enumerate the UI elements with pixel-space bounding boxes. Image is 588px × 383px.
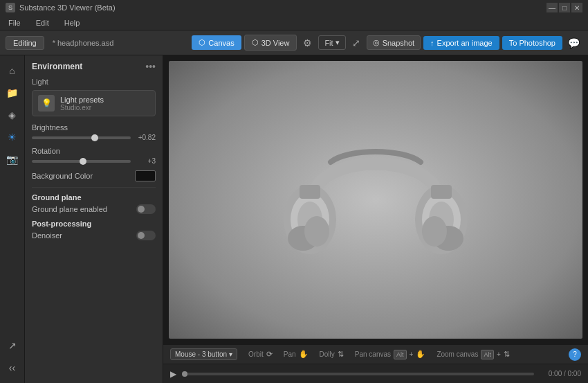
pan-canvas-group: Pan canvas Alt + ✋ — [355, 350, 426, 359]
light-icon-button[interactable]: ☀ — [3, 127, 22, 147]
pan-label: Pan — [284, 350, 296, 358]
export-label: Export an image — [437, 39, 493, 47]
content-area: ⌂ 📁 ◈ ☀ 📷 ↗ ‹‹ Environment ••• Light 💡 — [0, 55, 588, 383]
dolly-group: Dolly ⇅ — [320, 350, 344, 359]
brightness-slider[interactable] — [32, 136, 131, 139]
mouse-select-button[interactable]: Mouse - 3 button ▾ — [170, 348, 237, 360]
play-button[interactable]: ▶ — [170, 369, 176, 379]
light-preset-file: Studio.exr — [60, 104, 149, 112]
snapshot-button[interactable]: ◎ Snapshot — [367, 35, 421, 50]
ground-plane-toggle-row: Ground plane enabled — [32, 204, 156, 214]
denoiser-toggle[interactable] — [136, 231, 156, 240]
headphones-svg — [272, 110, 479, 290]
titlebar: S Substance 3D Viewer (Beta) — □ ✕ — [0, 0, 588, 15]
sidebar-icons: ⌂ 📁 ◈ ☀ 📷 ↗ ‹‹ — [0, 55, 25, 383]
canvas-area: Mouse - 3 button ▾ Orbit ⟳ Pan ✋ Dolly ⇅… — [163, 55, 588, 383]
bottom-bar: Mouse - 3 button ▾ Orbit ⟳ Pan ✋ Dolly ⇅… — [163, 344, 588, 364]
folder-icon-button[interactable]: 📁 — [3, 83, 22, 103]
light-preset-name: Light presets — [60, 96, 149, 104]
rotation-slider[interactable] — [32, 160, 131, 163]
ground-plane-toggle[interactable] — [136, 204, 156, 214]
export-icon-button[interactable]: ↗ — [3, 336, 22, 355]
minimize-button[interactable]: — — [546, 3, 558, 12]
materials-icon-button[interactable]: ◈ — [3, 105, 22, 125]
fit-label: Fit — [324, 39, 333, 47]
bg-color-label: Background Color — [32, 172, 93, 180]
editing-button[interactable]: Editing — [6, 36, 44, 50]
zoom-canvas-group: Zoom canvas Alt + ⇅ — [437, 350, 509, 359]
help-button[interactable]: ? — [569, 348, 581, 361]
bg-color-swatch[interactable] — [135, 170, 156, 181]
canvas-tab-label: Canvas — [208, 39, 234, 47]
headphones-model — [265, 103, 486, 297]
ground-plane-title: Ground plane — [32, 193, 156, 202]
settings-icon-button[interactable]: ⚙ — [300, 35, 315, 51]
brightness-value: +0.82 — [135, 134, 156, 141]
alt-badge-zoom: Alt — [481, 350, 494, 359]
time-display: 0:00 / 0:00 — [540, 370, 581, 377]
light-preset-info: Light presets Studio.exr — [60, 96, 149, 112]
timeline: ▶ 0:00 / 0:00 — [163, 364, 588, 383]
environment-section: Environment ••• Light 💡 Light presets St… — [25, 61, 163, 253]
panel-more-button[interactable]: ••• — [145, 61, 156, 72]
mouse-chevron-icon: ▾ — [229, 350, 232, 358]
pan-canvas-icon: ✋ — [416, 350, 425, 359]
canvas-icon: ⬡ — [199, 38, 205, 47]
denoiser-toggle-row: Denoiser — [32, 231, 156, 240]
window-controls[interactable]: — □ ✕ — [546, 3, 582, 12]
app-layout: Editing * headphones.asd ⬡ Canvas ⬡ 3D V… — [0, 30, 588, 383]
maximize-button[interactable]: □ — [559, 3, 570, 12]
snapshot-icon: ◎ — [373, 38, 380, 47]
zoom-canvas-label: Zoom canvas — [437, 350, 478, 358]
denoiser-label: Denoiser — [32, 231, 62, 240]
menubar: File Edit Help — [0, 15, 588, 30]
collapse-icon-button[interactable]: ‹‹ — [3, 358, 22, 377]
pan-canvas-label: Pan canvas — [355, 350, 391, 358]
chat-icon-button[interactable]: 💬 — [565, 36, 582, 50]
dolly-icon: ⇅ — [338, 350, 344, 359]
fit-chevron-icon: ▾ — [336, 38, 340, 47]
view3d-tab[interactable]: ⬡ 3D View — [244, 35, 297, 51]
dolly-label: Dolly — [320, 350, 335, 358]
orbit-label: Orbit — [248, 350, 264, 358]
light-preset[interactable]: 💡 Light presets Studio.exr — [32, 90, 156, 116]
view3d-tab-label: 3D View — [261, 39, 290, 47]
svg-rect-9 — [431, 185, 452, 199]
svg-rect-3 — [300, 185, 320, 199]
app-title: Substance 3D Viewer (Beta) — [19, 3, 116, 12]
environment-title: Environment — [32, 62, 82, 71]
timeline-track[interactable] — [182, 373, 534, 375]
panel-header: Environment ••• — [32, 61, 156, 72]
light-preset-icon: 💡 — [38, 95, 55, 112]
fit-button[interactable]: Fit ▾ — [318, 35, 345, 50]
orbit-group: Orbit ⟳ — [248, 350, 273, 359]
export-button[interactable]: ↑ Export an image — [423, 36, 499, 50]
home-icon-button[interactable]: ⌂ — [3, 61, 22, 80]
mouse-label: Mouse - 3 button — [175, 350, 227, 358]
snapshot-label: Snapshot — [383, 39, 414, 47]
expand-icon-button[interactable]: ⤢ — [349, 35, 364, 51]
toolbar: Editing * headphones.asd ⬡ Canvas ⬡ 3D V… — [0, 30, 588, 55]
canvas-tab[interactable]: ⬡ Canvas — [192, 35, 241, 50]
menu-edit[interactable]: Edit — [33, 17, 52, 28]
zoom-canvas-icon: ⇅ — [504, 350, 510, 359]
camera-icon-button[interactable]: 📷 — [3, 150, 22, 169]
menu-help[interactable]: Help — [62, 17, 83, 28]
timeline-cursor — [182, 371, 187, 377]
pan-icon: ✋ — [299, 350, 309, 359]
bg-color-row: Background Color — [32, 170, 156, 181]
plus-icon-zoom: + — [497, 350, 501, 358]
close-button[interactable]: ✕ — [571, 3, 582, 12]
left-panel: Environment ••• Light 💡 Light presets St… — [25, 55, 163, 383]
post-processing-title: Post-processing — [32, 220, 156, 228]
brightness-row: Brightness +0.82 — [32, 123, 156, 141]
photoshop-button[interactable]: To Photoshop — [502, 36, 562, 50]
canvas-viewport[interactable] — [169, 61, 582, 339]
titlebar-left: S Substance 3D Viewer (Beta) — [6, 3, 116, 12]
rotation-row: Rotation +3 — [32, 147, 156, 165]
filename-label: * headphones.asd — [53, 39, 114, 47]
menu-file[interactable]: File — [6, 17, 24, 28]
alt-badge-pan: Alt — [394, 350, 407, 359]
orbit-icon: ⟳ — [266, 350, 273, 359]
app-icon: S — [6, 3, 15, 12]
